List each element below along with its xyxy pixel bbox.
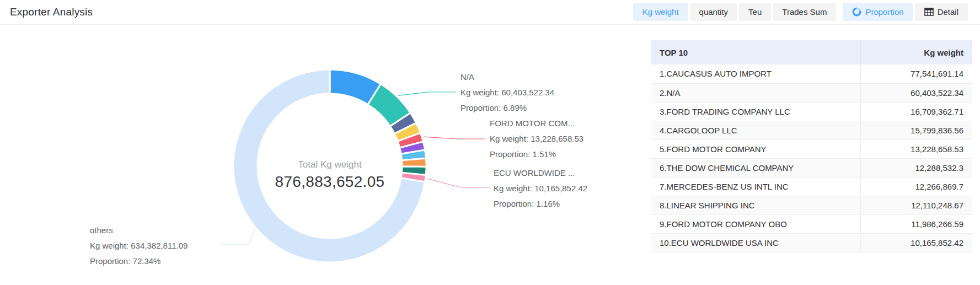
metric-and-view-tabs: Kg weight quantity Teu Trades Sum Propor… — [633, 3, 968, 21]
callout-name: FORD MOTOR COM... — [490, 116, 583, 131]
table-row: 3.FORD TRADING COMPANY LLC16,709,362.71 — [651, 102, 972, 121]
kg-weight-cell: 16,709,362.71 — [860, 102, 972, 121]
table-row: 4.CARGOLOOP LLC15,799,836.56 — [651, 121, 972, 139]
table-icon — [924, 8, 934, 16]
tab-kg-weight[interactable]: Kg weight — [633, 3, 688, 21]
table-row: 1.CAUCASUS AUTO IMPORT77,541,691.14 — [651, 64, 972, 83]
panel-header: Exporter Analysis Kg weight quantity Teu… — [0, 0, 980, 25]
kg-weight-cell: 10,165,852.42 — [860, 233, 972, 252]
table-row: 6.THE DOW CHEMICAL COMPANY12,288,532.3 — [651, 158, 972, 177]
callout-kg-weight: Kg weight: 634,382,811.09 — [90, 238, 188, 254]
callout-line — [424, 137, 485, 139]
callout-na: N/A Kg weight: 60,403,522.34 Proportion:… — [460, 69, 554, 116]
exporter-name-cell: 3.FORD TRADING COMPANY LLC — [651, 102, 860, 121]
callout-name: ECU WORLDWIDE ... — [494, 165, 587, 181]
view-tab-group: Proportion Detail — [843, 3, 968, 21]
callout-proportion: Proportion: 72.34% — [90, 254, 188, 269]
callout-proportion: Proportion: 6.89% — [460, 100, 554, 116]
tab-detail[interactable]: Detail — [915, 3, 968, 21]
exporter-name-cell: 6.THE DOW CHEMICAL COMPANY — [651, 158, 860, 177]
table-row: 8.LINEAR SHIPPING INC12,110,248.67 — [651, 196, 972, 214]
kg-weight-cell: 60,403,522.34 — [860, 83, 972, 102]
metric-tab-group: Kg weight quantity Teu Trades Sum — [633, 3, 837, 21]
tab-quantity[interactable]: quantity — [690, 3, 738, 21]
top10-table: TOP 10 Kg weight 1.CAUCASUS AUTO IMPORT7… — [651, 40, 972, 252]
callout-kg-weight: Kg weight: 10,165,852.42 — [494, 181, 587, 196]
callout-kg-weight: Kg weight: 60,403,522.34 — [460, 85, 554, 100]
pie-chart-icon — [852, 7, 861, 17]
exporter-name-cell: 2.N/A — [651, 83, 860, 102]
kg-weight-header: Kg weight — [860, 40, 972, 64]
table-header-row: TOP 10 Kg weight — [651, 40, 972, 64]
exporter-name-cell: 8.LINEAR SHIPPING INC — [651, 196, 860, 214]
callout-kg-weight: Kg weight: 13,228,658.53 — [490, 131, 583, 147]
table-row: 9.FORD MOTOR COMPANY OBO11,986,266.59 — [651, 214, 972, 233]
tab-trades-sum[interactable]: Trades Sum — [773, 3, 836, 21]
table-row: 5.FORD MOTOR COMPANY13,228,658.53 — [651, 139, 972, 158]
exporter-name-cell: 1.CAUCASUS AUTO IMPORT — [651, 64, 860, 83]
callout-name: N/A — [460, 69, 554, 85]
callout-line — [427, 179, 489, 187]
table-row: 10.ECU WORLDWIDE USA INC10,165,852.42 — [651, 233, 972, 252]
page-title: Exporter Analysis — [10, 6, 93, 18]
callout-proportion: Proportion: 1.16% — [494, 196, 587, 212]
callout-proportion: Proportion: 1.51% — [490, 147, 583, 162]
exporter-name-cell: 4.CARGOLOOP LLC — [651, 121, 860, 139]
exporter-analysis-panel: Total Kg weight 876,883,652.05 N/A Kg we… — [0, 0, 980, 285]
donut-center-label: Total Kg weight — [247, 158, 413, 172]
table-row: 2.N/A60,403,522.34 — [651, 83, 972, 102]
top10-header: TOP 10 — [651, 40, 860, 64]
tab-label: Trades Sum — [782, 3, 827, 21]
donut-center-total: 876,883,652.05 — [247, 172, 413, 192]
callout-name: others — [90, 223, 188, 238]
exporter-name-cell: 10.ECU WORLDWIDE USA INC — [651, 233, 860, 252]
exporter-name-cell: 7.MERCEDES-BENZ US INTL INC — [651, 177, 860, 196]
exporter-name-cell: 9.FORD MOTOR COMPANY OBO — [651, 214, 860, 233]
kg-weight-cell: 12,288,532.3 — [860, 158, 972, 177]
kg-weight-cell: 15,799,836.56 — [860, 121, 972, 139]
callout-line — [221, 229, 255, 245]
kg-weight-cell: 11,986,266.59 — [860, 214, 972, 233]
top10-table-body: 1.CAUCASUS AUTO IMPORT77,541,691.142.N/A… — [651, 64, 972, 252]
callout-ecu-worldwide: ECU WORLDWIDE ... Kg weight: 10,165,852.… — [494, 165, 587, 212]
callout-others: others Kg weight: 634,382,811.09 Proport… — [90, 223, 188, 269]
table-row: 7.MERCEDES-BENZ US INTL INC12,266,869.7 — [651, 177, 972, 196]
kg-weight-cell: 12,266,869.7 — [860, 177, 972, 196]
tab-proportion[interactable]: Proportion — [843, 3, 913, 21]
tab-label: Teu — [748, 3, 762, 21]
tab-label: Detail — [938, 3, 958, 21]
donut-center-text: Total Kg weight 876,883,652.05 — [247, 158, 413, 192]
tab-label: quantity — [699, 3, 729, 21]
kg-weight-cell: 12,110,248.67 — [860, 196, 972, 214]
tab-label: Proportion — [865, 3, 903, 21]
tab-teu[interactable]: Teu — [739, 3, 771, 21]
callout-line — [398, 92, 456, 95]
exporter-name-cell: 5.FORD MOTOR COMPANY — [651, 139, 860, 158]
callout-ford-motor: FORD MOTOR COM... Kg weight: 13,228,658.… — [490, 116, 583, 162]
kg-weight-cell: 13,228,658.53 — [860, 139, 972, 158]
tab-label: Kg weight — [642, 3, 679, 21]
kg-weight-cell: 77,541,691.14 — [860, 64, 972, 83]
